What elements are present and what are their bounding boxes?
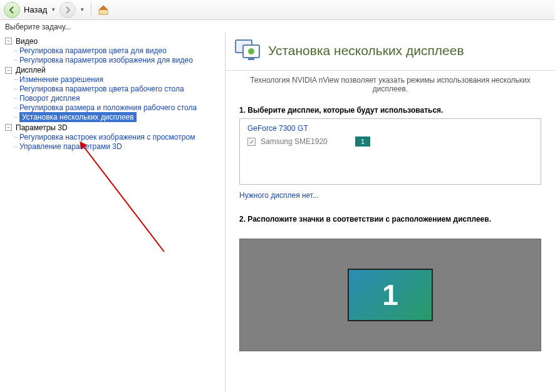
step2-title: 2. Расположите значки в соответствии с р… bbox=[239, 215, 541, 224]
page-title: Установка нескольких дисплеев bbox=[268, 43, 464, 58]
monitor-badge: 1 bbox=[355, 137, 370, 147]
back-label: Назад bbox=[24, 5, 47, 14]
tree-item-video-color[interactable]: Регулировка параметров цвета для видео bbox=[19, 46, 167, 55]
page-description: Технология NVIDIA nView позволяет указат… bbox=[226, 71, 555, 106]
step1-section: 1. Выберите дисплеи, которые будут испол… bbox=[226, 106, 555, 206]
monitor-name: Samsung SME1920 bbox=[261, 137, 328, 146]
page-banner: Установка нескольких дисплеев bbox=[226, 33, 555, 71]
tree-item-multi-display[interactable]: Установка нескольких дисплеев bbox=[19, 112, 137, 122]
forward-button[interactable] bbox=[60, 2, 76, 18]
display-selection-box: GeForce 7300 GT ✓ Samsung SME1920 1 bbox=[239, 118, 541, 185]
gpu-name: GeForce 7300 GT bbox=[247, 124, 533, 133]
collapse-icon[interactable]: − bbox=[5, 67, 12, 74]
forward-dropdown-icon[interactable]: ▼ bbox=[78, 7, 86, 13]
back-button[interactable] bbox=[4, 2, 20, 18]
tree-item-3d-manage[interactable]: Управление параметрами 3D bbox=[19, 142, 122, 151]
tree-item-3d-preview[interactable]: Регулировка настроек изображения с просм… bbox=[19, 133, 195, 142]
task-prompt: Выберите задачу... bbox=[0, 20, 555, 33]
back-dropdown-icon[interactable]: ▼ bbox=[49, 7, 57, 13]
tree-category-display[interactable]: Дисплей bbox=[16, 66, 46, 75]
toolbar-separator bbox=[91, 3, 91, 17]
tree-category-3d[interactable]: Параметры 3D bbox=[16, 123, 68, 132]
svg-rect-4 bbox=[248, 58, 254, 60]
monitor-row: ✓ Samsung SME1920 1 bbox=[247, 137, 533, 147]
monitor-icon bbox=[234, 38, 261, 64]
main-panel: Установка нескольких дисплеев Технология… bbox=[226, 33, 555, 392]
toolbar: Назад ▼ ▼ bbox=[0, 0, 555, 20]
tree-item-size-position[interactable]: Регулировка размера и положения рабочего… bbox=[19, 103, 197, 112]
tree-item-desktop-color[interactable]: Регулировка параметров цвета рабочего ст… bbox=[19, 85, 184, 93]
tree-category-video[interactable]: Видео bbox=[16, 37, 38, 46]
missing-display-link[interactable]: Нужного дисплея нет... bbox=[239, 191, 319, 200]
tree-item-resolution[interactable]: Изменение разрешения bbox=[19, 75, 103, 84]
monitor-checkbox[interactable]: ✓ bbox=[247, 138, 256, 146]
svg-point-3 bbox=[248, 48, 254, 54]
tree-item-video-image[interactable]: Регулировка параметров изображения для в… bbox=[19, 56, 193, 64]
step1-title: 1. Выберите дисплеи, которые будут испол… bbox=[239, 106, 541, 115]
annotation-arrow bbox=[76, 139, 189, 264]
svg-line-0 bbox=[83, 145, 164, 252]
display-arrange-area[interactable]: 1 bbox=[239, 239, 541, 351]
home-button[interactable] bbox=[96, 3, 110, 17]
display-tile-1[interactable]: 1 bbox=[348, 269, 433, 321]
collapse-icon[interactable]: − bbox=[5, 124, 12, 131]
sidebar: − Видео ┈Регулировка параметров цвета дл… bbox=[0, 33, 226, 392]
tree-item-rotate[interactable]: Поворот дисплея bbox=[19, 94, 80, 103]
step2-section: 2. Расположите значки в соответствии с р… bbox=[226, 206, 555, 234]
task-tree: − Видео ┈Регулировка параметров цвета дл… bbox=[4, 36, 221, 151]
collapse-icon[interactable]: − bbox=[5, 38, 12, 44]
